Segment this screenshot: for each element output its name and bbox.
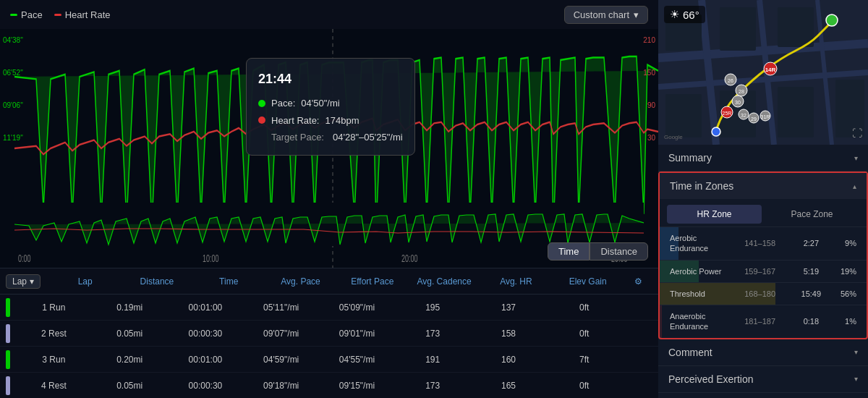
comment-label: Comment — [668, 347, 712, 358]
svg-text:25R: 25R — [723, 111, 732, 116]
svg-text:Google: Google — [664, 134, 683, 140]
col-cadence: Avg. Cadence — [408, 276, 480, 287]
tooltip-pace-value: 04'50"/mi — [301, 95, 339, 111]
lap-cell-hr: 165 — [471, 381, 547, 391]
lap-cell-avg-pace: 09'07"/mi — [243, 329, 319, 339]
lap-cell-cadence: 173 — [395, 329, 471, 339]
svg-text:31R: 31R — [761, 114, 770, 119]
lap-cell-cadence: 191 — [395, 355, 471, 365]
map-area: 14R 26 28 30 25R 32 29 31R Google ☀ 66° … — [658, 0, 868, 145]
tooltip-hr-label: Heart Rate: — [271, 112, 319, 129]
lap-cell-distance: 0.19mi — [92, 302, 168, 313]
col-time: Time — [193, 276, 265, 287]
table-row[interactable]: 1 Run 0.19mi 00:01:00 05'11"/mi 05'09"/m… — [0, 295, 658, 321]
right-sections: Summary ▾ Time in Zones ▴ HR Zone Pace Z… — [658, 145, 868, 398]
summary-chevron-icon: ▾ — [854, 154, 858, 162]
svg-rect-19 — [778, 87, 814, 137]
chart-controls: Time Distance — [548, 242, 648, 261]
zone-pct: 56% — [830, 289, 856, 298]
table-row[interactable]: 4 Rest 0.05mi 00:00:30 09'18"/mi 09'15"/… — [0, 373, 658, 398]
map-expand-button[interactable]: ⛶ — [852, 127, 862, 139]
weather-icon: ☀ — [670, 8, 679, 21]
lap-cell-lap: 2 Rest — [16, 329, 92, 339]
comment-section-header[interactable]: Comment ▾ — [658, 339, 868, 366]
zone-pct: 1% — [830, 317, 856, 326]
y-label-pace-1: 04'38" — [3, 36, 23, 44]
lap-cell-lap: 4 Rest — [16, 381, 92, 391]
lap-cell-time: 00:01:00 — [168, 355, 244, 365]
perceived-exertion-section-header[interactable]: Perceived Exertion ▾ — [658, 366, 868, 393]
tooltip-target-value: 04'28"–05'25"/mi — [333, 129, 403, 145]
y-label-pace-3: 09'06" — [3, 101, 23, 109]
zone-row-inner: Threshold 168–180 15:49 56% — [660, 283, 867, 305]
svg-rect-16 — [778, 7, 814, 47]
lap-cell-cadence: 195 — [395, 302, 471, 313]
summary-section-header[interactable]: Summary ▾ — [658, 145, 868, 172]
zone-range: 141–158 — [744, 239, 792, 247]
hr-legend-dot — [54, 14, 61, 16]
lap-cell-distance: 0.05mi — [92, 381, 168, 391]
tooltip-pace-row: Pace: 04'50"/mi — [258, 95, 403, 111]
lap-cell-avg-pace: 09'18"/mi — [243, 381, 319, 391]
svg-point-21 — [826, 14, 838, 26]
summary-label: Summary — [668, 152, 712, 164]
left-panel: Pace Heart Rate Custom chart ▾ 04'38" 06… — [0, 0, 658, 398]
lap-dropdown[interactable]: Lap ▾ — [6, 274, 41, 289]
svg-text:20:00: 20:00 — [401, 252, 418, 264]
custom-chart-button[interactable]: Custom chart ▾ — [564, 6, 648, 24]
lap-cell-elev: 0ft — [546, 329, 622, 339]
time-in-zones-section: Time in Zones ▴ HR Zone Pace Zone Aerobi… — [658, 172, 868, 339]
lap-cell-time: 00:01:00 — [168, 302, 244, 313]
y-label-pace-4: 11'19" — [3, 134, 23, 142]
zone-time: 0:18 — [793, 317, 830, 326]
time-button[interactable]: Time — [548, 242, 590, 261]
tooltip-target-row: Target Pace: 04'28"–05'25"/mi — [258, 129, 403, 145]
zone-time: 15:49 — [793, 289, 830, 298]
zone-pct: 19% — [830, 267, 856, 276]
table-row[interactable]: 3 Run 0.20mi 00:01:00 04'59"/mi 04'55"/m… — [0, 347, 658, 373]
zone-name: AerobicEndurance — [670, 233, 744, 254]
zone-tabs: HR Zone Pace Zone — [660, 199, 867, 226]
col-settings: ⚙ — [624, 276, 652, 287]
lap-cell-lap: 3 Run — [16, 355, 92, 365]
y-label-pace-2: 06'52" — [3, 69, 23, 77]
lap-indicator — [6, 298, 10, 317]
col-distance: Distance — [121, 276, 192, 287]
right-panel: 14R 26 28 30 25R 32 29 31R Google ☀ 66° … — [658, 0, 868, 398]
lap-cell-time: 00:00:30 — [168, 329, 244, 339]
svg-text:29: 29 — [751, 117, 757, 122]
table-row[interactable]: 2 Rest 0.05mi 00:00:30 09'07"/mi 09'01"/… — [0, 321, 658, 347]
zone-name: Threshold — [670, 289, 744, 299]
pace-zone-tab[interactable]: Pace Zone — [765, 205, 859, 224]
mini-chart — [14, 203, 644, 246]
chart-header: Pace Heart Rate Custom chart ▾ — [0, 0, 658, 29]
hr-zone-tab[interactable]: HR Zone — [667, 205, 762, 224]
y-label-hr-3: 90 — [647, 101, 655, 109]
main-chart-area[interactable]: 04'38" 06'52" 09'06" 11'19" 210 150 90 3… — [0, 29, 658, 268]
perceived-exertion-label: Perceived Exertion — [668, 373, 754, 385]
tooltip-pace-dot — [258, 100, 265, 107]
distance-button[interactable]: Distance — [590, 242, 648, 261]
temperature-badge: ☀ 66° — [664, 6, 705, 23]
zone-row: AnaerobicEndurance 181–187 0:18 1% — [660, 305, 867, 338]
col-elev: Elev Gain — [552, 276, 624, 287]
lap-cell-hr: 160 — [471, 355, 547, 365]
zone-row: Aerobic Power 159–167 5:19 19% — [660, 260, 867, 282]
zone-rows-container: AerobicEndurance 141–158 2:27 9% Aerobic… — [660, 226, 867, 338]
lap-cell-elev: 7ft — [546, 355, 622, 365]
tooltip-time: 21:44 — [258, 67, 403, 90]
pace-legend-dot — [10, 14, 17, 16]
lap-table-header: Lap ▾ Lap Distance Time Avg. Pace Effort… — [0, 268, 658, 295]
lap-cell-effort-pace: 09'01"/mi — [319, 329, 395, 339]
zone-row-inner: Aerobic Power 159–167 5:19 19% — [660, 261, 867, 282]
training-log-section-header[interactable]: Training Log ▾ — [658, 393, 868, 398]
svg-text:26: 26 — [728, 78, 733, 83]
svg-text:32: 32 — [741, 113, 746, 118]
svg-text:14R: 14R — [765, 67, 776, 73]
time-in-zones-header[interactable]: Time in Zones ▴ — [660, 173, 867, 199]
custom-chart-label: Custom chart — [574, 9, 629, 20]
y-label-hr-2: 150 — [643, 69, 655, 77]
tooltip-hr-value: 174bpm — [325, 112, 359, 129]
svg-text:10:00: 10:00 — [203, 252, 219, 264]
lap-cell-effort-pace: 09'15"/mi — [319, 381, 395, 391]
